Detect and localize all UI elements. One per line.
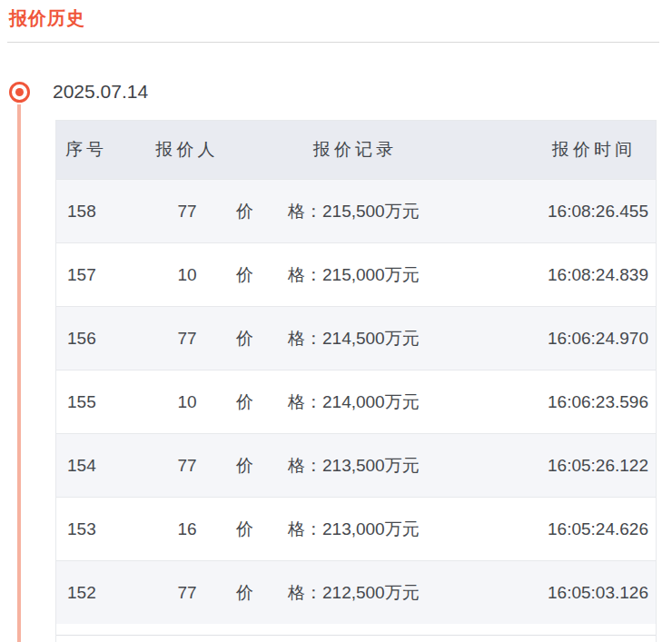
title-divider	[7, 42, 659, 43]
row-serial: 155	[56, 392, 138, 412]
row-record: 价 格：212,500万元	[236, 581, 474, 605]
timeline-dot-icon	[9, 82, 30, 103]
row-record: 价 格：214,500万元	[236, 327, 474, 351]
row-bidder: 16	[138, 519, 236, 539]
row-record: 价 格：213,000万元	[236, 518, 474, 541]
row-time: 16:05:03.126	[474, 583, 656, 603]
table-row: 154 77 价 格：213,500万元 16:05:26.122	[56, 433, 656, 497]
row-record: 价 格：213,500万元	[236, 454, 474, 478]
timeline-line	[17, 104, 21, 642]
row-bidder: 77	[138, 329, 236, 349]
row-record: 价 格：214,000万元	[236, 390, 474, 414]
row-time: 16:05:24.626	[474, 519, 656, 539]
row-bidder: 77	[138, 202, 236, 222]
row-bidder: 77	[138, 456, 236, 476]
quote-history-table: 序号 报价人 报价记录 报价时间 158 77 价 格：215,500万元 16…	[55, 120, 657, 642]
header-time: 报价时间	[474, 138, 656, 162]
row-serial: 152	[56, 583, 138, 603]
table-row: 156 77 价 格：214,500万元 16:06:24.970	[56, 306, 656, 370]
row-record: 价 格：215,500万元	[236, 200, 474, 223]
row-time: 16:08:24.839	[474, 265, 656, 285]
header-serial: 序号	[56, 138, 138, 162]
table-row: 152 77 价 格：212,500万元 16:05:03.126	[56, 560, 656, 624]
next-row-partial	[56, 635, 656, 642]
timeline-dot-inner-icon	[15, 88, 24, 96]
row-time: 16:06:24.970	[474, 329, 656, 349]
table-bottom-gap	[56, 624, 656, 635]
row-time: 16:06:23.596	[474, 392, 656, 412]
row-serial: 158	[56, 202, 138, 222]
row-serial: 156	[56, 329, 138, 349]
row-serial: 153	[56, 519, 138, 539]
page-title: 报价历史	[9, 6, 85, 31]
row-time: 16:05:26.122	[474, 456, 656, 476]
timeline-date: 2025.07.14	[53, 81, 148, 103]
table-row: 158 77 价 格：215,500万元 16:08:26.455	[56, 179, 656, 242]
row-bidder: 10	[138, 265, 236, 285]
header-bidder: 报价人	[138, 138, 236, 162]
table-row: 157 10 价 格：215,000万元 16:08:24.839	[56, 242, 656, 306]
table-row: 153 16 价 格：213,000万元 16:05:24.626	[56, 497, 656, 560]
row-bidder: 77	[138, 583, 236, 603]
row-serial: 154	[56, 456, 138, 476]
header-record: 报价记录	[236, 138, 474, 162]
row-serial: 157	[56, 265, 138, 285]
row-time: 16:08:26.455	[474, 202, 656, 222]
table-row: 155 10 价 格：214,000万元 16:06:23.596	[56, 370, 656, 433]
row-bidder: 10	[138, 392, 236, 412]
table-header-row: 序号 报价人 报价记录 报价时间	[56, 121, 656, 179]
row-record: 价 格：215,000万元	[236, 263, 474, 287]
